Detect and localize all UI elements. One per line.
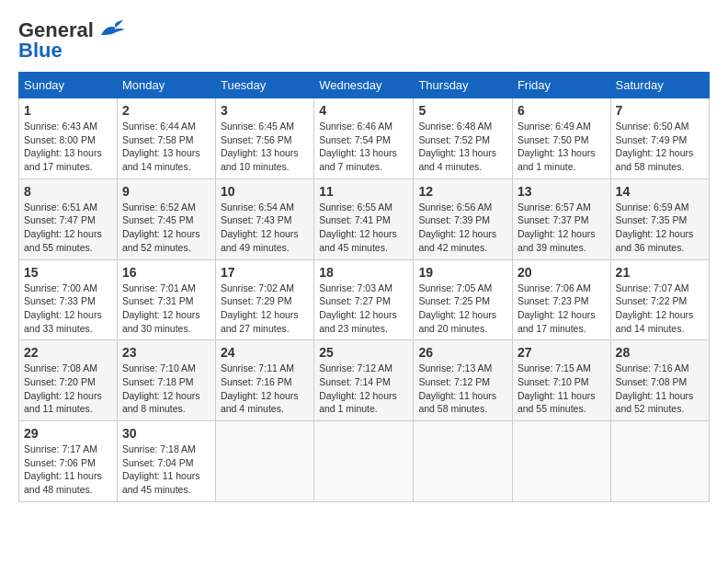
day-number: 11 bbox=[319, 184, 408, 199]
day-number: 26 bbox=[418, 345, 506, 360]
day-number: 21 bbox=[616, 265, 704, 280]
day-number: 16 bbox=[122, 265, 210, 280]
calendar-week-row: 8Sunrise: 6:51 AM Sunset: 7:47 PM Daylig… bbox=[19, 178, 710, 259]
day-info: Sunrise: 7:01 AM Sunset: 7:31 PM Dayligh… bbox=[122, 282, 210, 336]
day-info: Sunrise: 7:12 AM Sunset: 7:14 PM Dayligh… bbox=[319, 362, 408, 416]
day-info: Sunrise: 7:00 AM Sunset: 7:33 PM Dayligh… bbox=[24, 282, 112, 336]
calendar-day-10: 10Sunrise: 6:54 AM Sunset: 7:43 PM Dayli… bbox=[215, 178, 313, 259]
day-number: 15 bbox=[24, 265, 112, 280]
calendar-day-19: 19Sunrise: 7:05 AM Sunset: 7:25 PM Dayli… bbox=[414, 259, 512, 340]
day-info: Sunrise: 6:56 AM Sunset: 7:39 PM Dayligh… bbox=[418, 201, 506, 255]
day-number: 23 bbox=[122, 345, 210, 360]
day-info: Sunrise: 6:46 AM Sunset: 7:54 PM Dayligh… bbox=[319, 120, 408, 174]
day-info: Sunrise: 7:11 AM Sunset: 7:16 PM Dayligh… bbox=[221, 362, 309, 416]
calendar-week-row: 29Sunrise: 7:17 AM Sunset: 7:06 PM Dayli… bbox=[19, 421, 710, 502]
day-number: 4 bbox=[319, 103, 408, 118]
calendar-day-3: 3Sunrise: 6:45 AM Sunset: 7:56 PM Daylig… bbox=[215, 98, 313, 179]
day-number: 29 bbox=[24, 426, 112, 441]
day-info: Sunrise: 7:03 AM Sunset: 7:27 PM Dayligh… bbox=[319, 282, 408, 336]
calendar-day-27: 27Sunrise: 7:15 AM Sunset: 7:10 PM Dayli… bbox=[512, 340, 610, 421]
day-info: Sunrise: 7:02 AM Sunset: 7:29 PM Dayligh… bbox=[221, 282, 309, 336]
column-header-friday: Friday bbox=[512, 73, 610, 98]
calendar-week-row: 1Sunrise: 6:43 AM Sunset: 8:00 PM Daylig… bbox=[19, 98, 710, 179]
calendar-day-14: 14Sunrise: 6:59 AM Sunset: 7:35 PM Dayli… bbox=[610, 178, 709, 259]
day-info: Sunrise: 7:06 AM Sunset: 7:23 PM Dayligh… bbox=[518, 282, 606, 336]
day-info: Sunrise: 6:45 AM Sunset: 7:56 PM Dayligh… bbox=[221, 120, 309, 174]
calendar-day-22: 22Sunrise: 7:08 AM Sunset: 7:20 PM Dayli… bbox=[19, 340, 118, 421]
calendar-day-29: 29Sunrise: 7:17 AM Sunset: 7:06 PM Dayli… bbox=[19, 421, 118, 502]
day-info: Sunrise: 6:49 AM Sunset: 7:50 PM Dayligh… bbox=[518, 120, 606, 174]
day-info: Sunrise: 6:59 AM Sunset: 7:35 PM Dayligh… bbox=[616, 201, 704, 255]
column-header-saturday: Saturday bbox=[610, 73, 709, 98]
day-info: Sunrise: 6:52 AM Sunset: 7:45 PM Dayligh… bbox=[122, 201, 210, 255]
day-number: 19 bbox=[418, 265, 506, 280]
calendar-day-21: 21Sunrise: 7:07 AM Sunset: 7:22 PM Dayli… bbox=[610, 259, 709, 340]
day-info: Sunrise: 6:55 AM Sunset: 7:41 PM Dayligh… bbox=[319, 201, 408, 255]
day-number: 30 bbox=[122, 426, 210, 441]
day-number: 24 bbox=[221, 345, 309, 360]
calendar-day-16: 16Sunrise: 7:01 AM Sunset: 7:31 PM Dayli… bbox=[117, 259, 215, 340]
day-info: Sunrise: 7:17 AM Sunset: 7:06 PM Dayligh… bbox=[24, 442, 112, 497]
logo-bird-icon bbox=[97, 20, 127, 40]
calendar-day-empty bbox=[215, 421, 313, 502]
day-info: Sunrise: 7:07 AM Sunset: 7:22 PM Dayligh… bbox=[616, 282, 704, 336]
day-number: 3 bbox=[221, 103, 309, 118]
day-number: 13 bbox=[518, 184, 606, 199]
day-info: Sunrise: 7:16 AM Sunset: 7:08 PM Dayligh… bbox=[616, 362, 704, 416]
logo-blue-text: Blue bbox=[18, 39, 63, 63]
calendar-day-5: 5Sunrise: 6:48 AM Sunset: 7:52 PM Daylig… bbox=[414, 98, 512, 179]
calendar-day-26: 26Sunrise: 7:13 AM Sunset: 7:12 PM Dayli… bbox=[414, 340, 512, 421]
day-info: Sunrise: 6:43 AM Sunset: 8:00 PM Dayligh… bbox=[24, 120, 112, 174]
day-number: 20 bbox=[518, 265, 606, 280]
calendar-day-4: 4Sunrise: 6:46 AM Sunset: 7:54 PM Daylig… bbox=[314, 98, 414, 179]
calendar-day-30: 30Sunrise: 7:18 AM Sunset: 7:04 PM Dayli… bbox=[117, 421, 215, 502]
day-number: 17 bbox=[221, 265, 309, 280]
day-info: Sunrise: 6:51 AM Sunset: 7:47 PM Dayligh… bbox=[24, 201, 112, 255]
calendar-day-25: 25Sunrise: 7:12 AM Sunset: 7:14 PM Dayli… bbox=[314, 340, 414, 421]
calendar-day-empty bbox=[610, 421, 709, 502]
day-info: Sunrise: 7:18 AM Sunset: 7:04 PM Dayligh… bbox=[122, 442, 210, 497]
calendar-day-15: 15Sunrise: 7:00 AM Sunset: 7:33 PM Dayli… bbox=[19, 259, 118, 340]
calendar-week-row: 22Sunrise: 7:08 AM Sunset: 7:20 PM Dayli… bbox=[19, 340, 710, 421]
day-info: Sunrise: 6:50 AM Sunset: 7:49 PM Dayligh… bbox=[616, 120, 704, 174]
calendar-day-7: 7Sunrise: 6:50 AM Sunset: 7:49 PM Daylig… bbox=[610, 98, 709, 179]
calendar-day-12: 12Sunrise: 6:56 AM Sunset: 7:39 PM Dayli… bbox=[414, 178, 512, 259]
day-number: 12 bbox=[418, 184, 506, 199]
header-row: SundayMondayTuesdayWednesdayThursdayFrid… bbox=[19, 73, 710, 98]
day-number: 2 bbox=[122, 103, 210, 118]
day-number: 5 bbox=[418, 103, 506, 118]
calendar-day-empty bbox=[314, 421, 414, 502]
calendar-header: SundayMondayTuesdayWednesdayThursdayFrid… bbox=[19, 73, 710, 98]
calendar-day-18: 18Sunrise: 7:03 AM Sunset: 7:27 PM Dayli… bbox=[314, 259, 414, 340]
calendar-day-8: 8Sunrise: 6:51 AM Sunset: 7:47 PM Daylig… bbox=[19, 178, 118, 259]
day-info: Sunrise: 6:57 AM Sunset: 7:37 PM Dayligh… bbox=[518, 201, 606, 255]
column-header-wednesday: Wednesday bbox=[314, 73, 414, 98]
calendar-day-empty bbox=[414, 421, 512, 502]
day-number: 9 bbox=[122, 184, 210, 199]
day-number: 1 bbox=[24, 103, 112, 118]
calendar-day-empty bbox=[512, 421, 610, 502]
calendar-day-13: 13Sunrise: 6:57 AM Sunset: 7:37 PM Dayli… bbox=[512, 178, 610, 259]
calendar-day-17: 17Sunrise: 7:02 AM Sunset: 7:29 PM Dayli… bbox=[215, 259, 313, 340]
column-header-sunday: Sunday bbox=[19, 73, 118, 98]
day-number: 14 bbox=[616, 184, 704, 199]
page-header: General Blue bbox=[18, 18, 710, 63]
day-number: 6 bbox=[518, 103, 606, 118]
day-number: 18 bbox=[319, 265, 408, 280]
day-info: Sunrise: 6:54 AM Sunset: 7:43 PM Dayligh… bbox=[221, 201, 309, 255]
day-info: Sunrise: 6:48 AM Sunset: 7:52 PM Dayligh… bbox=[418, 120, 506, 174]
calendar-week-row: 15Sunrise: 7:00 AM Sunset: 7:33 PM Dayli… bbox=[19, 259, 710, 340]
calendar-day-23: 23Sunrise: 7:10 AM Sunset: 7:18 PM Dayli… bbox=[117, 340, 215, 421]
calendar-day-24: 24Sunrise: 7:11 AM Sunset: 7:16 PM Dayli… bbox=[215, 340, 313, 421]
calendar-day-20: 20Sunrise: 7:06 AM Sunset: 7:23 PM Dayli… bbox=[512, 259, 610, 340]
column-header-thursday: Thursday bbox=[414, 73, 512, 98]
day-number: 10 bbox=[221, 184, 309, 199]
day-info: Sunrise: 7:08 AM Sunset: 7:20 PM Dayligh… bbox=[24, 362, 112, 416]
day-number: 8 bbox=[24, 184, 112, 199]
day-number: 7 bbox=[616, 103, 704, 118]
day-info: Sunrise: 7:15 AM Sunset: 7:10 PM Dayligh… bbox=[518, 362, 606, 416]
day-info: Sunrise: 7:13 AM Sunset: 7:12 PM Dayligh… bbox=[418, 362, 506, 416]
calendar-day-11: 11Sunrise: 6:55 AM Sunset: 7:41 PM Dayli… bbox=[314, 178, 414, 259]
day-number: 28 bbox=[616, 345, 704, 360]
calendar-body: 1Sunrise: 6:43 AM Sunset: 8:00 PM Daylig… bbox=[19, 98, 710, 502]
